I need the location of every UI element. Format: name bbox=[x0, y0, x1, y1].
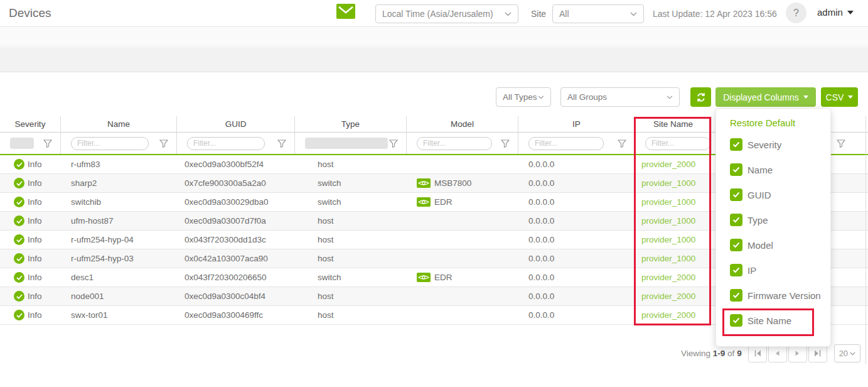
info-check-icon bbox=[14, 215, 24, 226]
name-cell: r-ufm83 bbox=[61, 155, 177, 173]
funnel-icon[interactable] bbox=[618, 139, 626, 148]
first-page-icon bbox=[754, 350, 761, 357]
displayed-columns-menu: Restore Default Severity Name GUID Type … bbox=[715, 108, 831, 347]
name-cell: node001 bbox=[61, 287, 177, 305]
model-filter-input[interactable] bbox=[417, 137, 492, 150]
severity-cell: Info bbox=[0, 249, 61, 268]
column-header-site-name[interactable]: Site Name bbox=[635, 116, 712, 132]
column-header-model[interactable]: Model bbox=[407, 116, 518, 132]
checkbox-checked-icon[interactable] bbox=[730, 239, 742, 251]
funnel-icon[interactable] bbox=[43, 139, 52, 148]
severity-label: Info bbox=[28, 235, 42, 244]
site-name-filter-input[interactable] bbox=[645, 137, 710, 150]
guid-filter-input[interactable] bbox=[187, 137, 265, 150]
funnel-icon[interactable] bbox=[159, 139, 168, 148]
guid-cell: 0x0c42a103007aca90 bbox=[177, 249, 295, 268]
site-select[interactable]: All bbox=[552, 4, 644, 23]
type-cell: switch bbox=[295, 193, 407, 211]
columns-menu-item[interactable]: GUID bbox=[716, 182, 830, 207]
column-header-severity[interactable]: Severity bbox=[0, 116, 61, 132]
table-right-border bbox=[865, 116, 866, 364]
columns-menu-item-label: Firmware Version bbox=[747, 290, 821, 301]
chevron-down-icon bbox=[667, 95, 673, 99]
groups-filter-value: All Groups bbox=[567, 92, 607, 102]
type-cell: host bbox=[295, 287, 407, 305]
column-header-type[interactable]: Type bbox=[295, 116, 407, 132]
funnel-icon[interactable] bbox=[277, 139, 286, 148]
columns-menu-item[interactable]: IP bbox=[716, 258, 830, 283]
type-cell: host bbox=[295, 249, 407, 268]
columns-menu-item-label: Type bbox=[747, 215, 768, 226]
columns-menu-item[interactable]: Site Name bbox=[716, 308, 830, 333]
column-header-guid[interactable]: GUID bbox=[177, 116, 295, 132]
top-bar: Devices Local Time (Asia/Jerusalem) Site… bbox=[0, 0, 868, 27]
columns-menu-item[interactable]: Type bbox=[716, 207, 830, 232]
column-header-name[interactable]: Name bbox=[61, 116, 177, 132]
info-check-icon bbox=[14, 272, 24, 283]
model-cell bbox=[407, 155, 518, 173]
ip-cell: 0.0.0.0 bbox=[518, 174, 635, 192]
columns-menu-item[interactable]: Severity bbox=[716, 132, 830, 157]
previous-page-button[interactable] bbox=[768, 344, 787, 362]
funnel-icon[interactable] bbox=[501, 139, 510, 148]
groups-filter-select[interactable]: All Groups bbox=[560, 87, 680, 107]
columns-menu-item-label: Site Name bbox=[747, 315, 791, 326]
checkbox-checked-icon[interactable] bbox=[730, 214, 742, 226]
type-filter-select[interactable] bbox=[305, 138, 388, 149]
type-cell: host bbox=[295, 231, 407, 249]
site-name-cell: provider_1000 bbox=[635, 212, 712, 230]
columns-menu-item[interactable]: Firmware Version bbox=[716, 283, 830, 308]
funnel-icon[interactable] bbox=[837, 139, 845, 148]
name-cell: r-ufm254-hyp-03 bbox=[61, 249, 177, 268]
types-filter-select[interactable]: All Types bbox=[496, 87, 551, 107]
refresh-icon bbox=[696, 92, 706, 102]
nvidia-logo-icon bbox=[417, 273, 431, 282]
funnel-icon[interactable] bbox=[389, 139, 398, 148]
ip-cell: 0.0.0.0 bbox=[518, 306, 635, 324]
user-menu[interactable]: admin bbox=[817, 7, 854, 18]
checkbox-checked-icon[interactable] bbox=[730, 138, 742, 151]
type-cell: switch bbox=[295, 268, 407, 286]
info-check-icon bbox=[14, 310, 24, 320]
model-cell bbox=[407, 231, 518, 249]
severity-label: Info bbox=[28, 216, 42, 226]
csv-button[interactable]: CSV bbox=[821, 87, 858, 107]
type-cell: host bbox=[295, 155, 407, 173]
checkbox-checked-icon[interactable] bbox=[730, 163, 742, 176]
columns-menu-item[interactable]: Name bbox=[716, 157, 830, 182]
ip-cell: 0.0.0.0 bbox=[518, 249, 635, 268]
columns-menu-item-label: Model bbox=[747, 240, 773, 251]
guid-cell: 0xec0d9a03007d7f0a bbox=[177, 212, 295, 230]
column-header-ip[interactable]: IP bbox=[518, 116, 635, 132]
site-name-cell: provider_1000 bbox=[635, 249, 712, 268]
checkbox-checked-icon[interactable] bbox=[730, 264, 742, 276]
timezone-select[interactable]: Local Time (Asia/Jerusalem) bbox=[375, 4, 518, 23]
severity-filter-select[interactable] bbox=[10, 138, 34, 149]
next-page-button[interactable] bbox=[788, 344, 807, 362]
last-page-button[interactable] bbox=[808, 344, 827, 362]
checkbox-checked-icon[interactable] bbox=[730, 314, 742, 327]
ip-cell: 0.0.0.0 bbox=[518, 155, 635, 173]
ip-filter-input[interactable] bbox=[528, 137, 604, 150]
previous-page-icon bbox=[775, 351, 780, 356]
help-button[interactable]: ? bbox=[786, 3, 806, 23]
displayed-columns-button[interactable]: Displayed Columns bbox=[715, 87, 816, 107]
refresh-button[interactable] bbox=[690, 87, 711, 107]
viewing-total: 9 bbox=[737, 349, 742, 358]
columns-menu-item[interactable]: Model bbox=[716, 232, 830, 258]
restore-default-button[interactable]: Restore Default bbox=[730, 117, 795, 128]
mail-button[interactable] bbox=[336, 4, 355, 19]
checkbox-checked-icon[interactable] bbox=[730, 289, 742, 302]
first-page-button[interactable] bbox=[748, 344, 767, 362]
name-cell: desc1 bbox=[61, 268, 177, 286]
guid-cell: 0x043f720300dd1d3c bbox=[177, 231, 295, 249]
severity-cell: Info bbox=[0, 231, 61, 249]
checkbox-checked-icon[interactable] bbox=[730, 188, 742, 201]
name-filter-input[interactable] bbox=[71, 137, 149, 150]
severity-label: Info bbox=[28, 292, 42, 301]
info-check-icon bbox=[14, 159, 24, 170]
page-size-select[interactable]: 20 bbox=[834, 344, 860, 362]
columns-menu-item-label: Name bbox=[747, 165, 773, 175]
chevron-down-icon bbox=[850, 352, 855, 356]
info-check-icon bbox=[14, 253, 24, 264]
